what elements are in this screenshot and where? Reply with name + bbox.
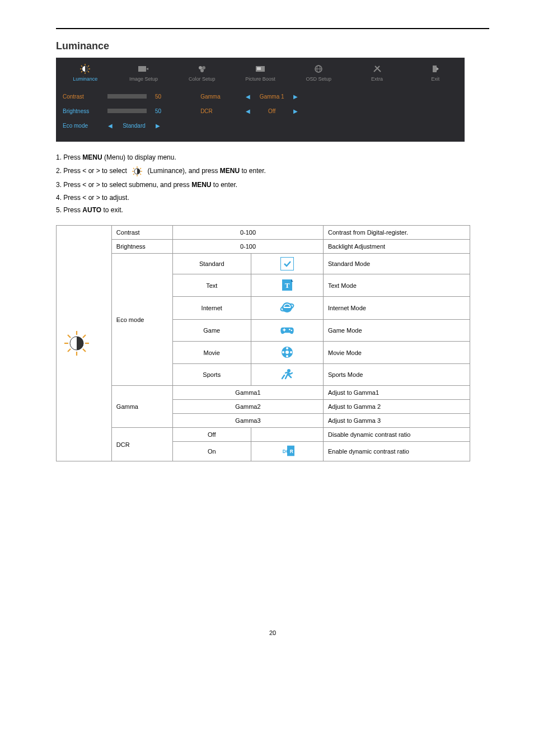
- step2-pre: 2. Press < or > to select: [56, 167, 129, 175]
- setting-label: Brightness: [111, 240, 172, 254]
- osd-value: Off: [256, 108, 287, 114]
- right-arrow-icon: ▶: [293, 108, 298, 114]
- svg-line-28: [140, 168, 141, 169]
- osd-tab-color-setup[interactable]: Color Setup: [173, 58, 231, 87]
- step5-end: to exit.: [103, 206, 123, 214]
- osd-tab-luminance[interactable]: Luminance: [56, 58, 114, 87]
- table-row: Gamma Gamma1 Adjust to Gamma1: [57, 386, 470, 400]
- step2-end: to enter.: [242, 167, 266, 175]
- svg-line-8: [88, 66, 89, 67]
- setting-option: Internet: [172, 297, 251, 320]
- option-icon-cell: DCR: [251, 442, 323, 461]
- dcr-icon: DCR: [280, 445, 294, 456]
- sun-contrast-icon: [78, 63, 92, 74]
- svg-text:C: C: [286, 449, 289, 454]
- setting-option: Text: [172, 274, 251, 297]
- sun-contrast-icon: [130, 166, 144, 177]
- svg-point-51: [282, 351, 284, 353]
- setting-option: Gamma1: [172, 386, 323, 400]
- color-dots-icon: [195, 63, 209, 74]
- sports-icon: [280, 367, 294, 382]
- svg-line-35: [83, 349, 86, 352]
- option-icon-cell: [251, 297, 323, 320]
- osd-tab-osd-setup[interactable]: OSD Setup: [289, 58, 348, 87]
- setting-label: Contrast: [111, 226, 172, 240]
- svg-text:D: D: [282, 449, 285, 454]
- setting-desc: Backlight Adjustment: [324, 240, 470, 254]
- svg-text:T: T: [284, 281, 289, 290]
- svg-line-36: [68, 349, 71, 352]
- page-number: 20: [56, 629, 489, 636]
- osd-tab-label: Picture Boost: [245, 76, 275, 82]
- osd-tab-extra[interactable]: Extra: [348, 58, 406, 87]
- svg-point-11: [202, 66, 205, 69]
- setting-desc: Adjust to Gamma 2: [324, 400, 470, 414]
- setting-desc: Contrast from Digital-register.: [324, 226, 470, 240]
- sun-contrast-icon: [61, 330, 107, 357]
- step5-pre: 5. Press: [56, 206, 82, 214]
- option-icon-cell: [251, 364, 323, 386]
- gamepad-icon: [280, 323, 294, 338]
- svg-point-42: [289, 329, 291, 330]
- svg-line-6: [88, 71, 89, 72]
- setting-option: Movie: [172, 342, 251, 364]
- svg-point-43: [291, 330, 292, 332]
- osd-tab-image-setup[interactable]: Image Setup: [114, 58, 172, 87]
- osd-tab-exit[interactable]: Exit: [406, 58, 465, 87]
- option-icon-cell: [251, 254, 323, 274]
- right-arrow-icon: ▶: [155, 123, 161, 129]
- osd-row-ecomode[interactable]: Eco mode ◀ Standard ▶: [63, 120, 161, 130]
- svg-rect-9: [138, 66, 146, 72]
- setting-desc: Disable dynamic contrast ratio: [324, 428, 470, 442]
- setting-desc: Standard Mode: [324, 254, 470, 274]
- osd-label: DCR: [200, 108, 240, 114]
- svg-line-19: [375, 66, 381, 72]
- menu-word: MENU: [191, 181, 211, 189]
- osd-panel: Luminance Image Setup Color Setup Pictur…: [56, 58, 465, 142]
- osd-tab-label: Exit: [431, 76, 439, 82]
- ie-icon: [280, 300, 294, 315]
- svg-rect-14: [257, 67, 261, 70]
- step1-pre: 1. Press: [56, 153, 82, 161]
- setting-desc: Adjust to Gamma 3: [324, 414, 470, 428]
- settings-table: Contrast 0-100 Contrast from Digital-reg…: [56, 225, 470, 461]
- tools-icon: [371, 63, 384, 74]
- menu-word: MENU: [220, 167, 240, 175]
- osd-row-gamma[interactable]: Gamma ◀ Gamma 1 ▶: [200, 91, 298, 101]
- setting-desc: Enable dynamic contrast ratio: [324, 442, 470, 461]
- setting-label: Gamma: [111, 386, 172, 428]
- osd-tab-picture-boost[interactable]: Picture Boost: [231, 58, 289, 87]
- right-arrow-icon: ▶: [293, 94, 298, 100]
- osd-tab-label: Color Setup: [189, 76, 216, 82]
- svg-point-49: [290, 351, 292, 353]
- svg-point-48: [286, 347, 288, 349]
- osd-row-contrast[interactable]: Contrast 50: [63, 91, 161, 101]
- setting-option: On: [172, 442, 251, 461]
- table-row: Brightness 0-100 Backlight Adjustment: [57, 240, 470, 254]
- setting-option: 0-100: [172, 240, 323, 254]
- svg-line-25: [133, 168, 134, 169]
- option-icon-cell: [251, 428, 323, 442]
- setting-desc: Movie Mode: [324, 342, 470, 364]
- setting-option: Sports: [172, 364, 251, 386]
- step3-pre: 3. Press < or > to select submenu, and p…: [56, 181, 191, 189]
- svg-text:R: R: [289, 449, 293, 454]
- setting-desc: Sports Mode: [324, 364, 470, 386]
- osd-row-dcr[interactable]: DCR ◀ Off ▶: [200, 106, 298, 116]
- setting-label: DCR: [111, 428, 172, 461]
- category-icon-cell: [57, 226, 112, 461]
- setting-option: Off: [172, 428, 251, 442]
- image-setup-icon: [137, 63, 150, 74]
- svg-point-50: [286, 355, 288, 357]
- setting-desc: Adjust to Gamma1: [324, 386, 470, 400]
- text-icon: T: [280, 278, 294, 292]
- osd-row-brightness[interactable]: Brightness 50: [63, 106, 161, 116]
- osd-value: 50: [155, 108, 161, 114]
- setting-label: Eco mode: [111, 254, 172, 386]
- left-arrow-icon: ◀: [245, 94, 251, 100]
- svg-line-27: [133, 174, 134, 175]
- svg-line-37: [83, 335, 86, 338]
- globe-icon: [312, 63, 325, 74]
- auto-word: AUTO: [82, 206, 101, 214]
- osd-value: 50: [155, 94, 161, 100]
